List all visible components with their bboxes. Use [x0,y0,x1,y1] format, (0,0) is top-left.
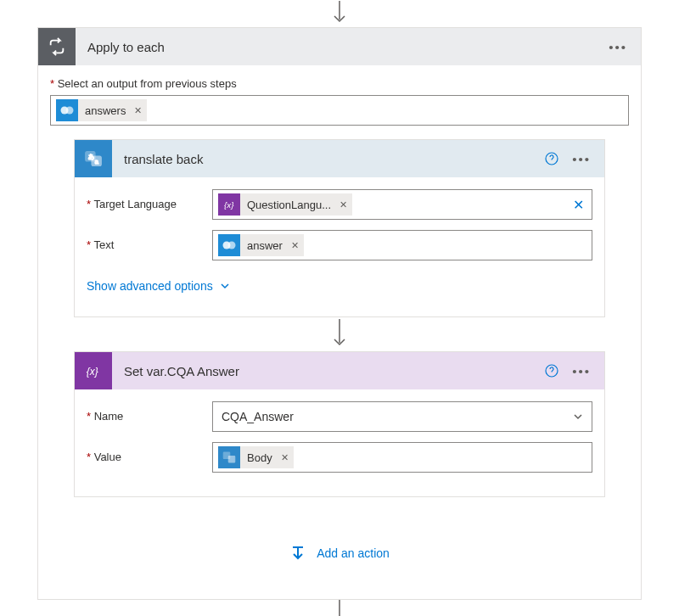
set-var-card: {x} Set var.CQA Answer ••• Name [74,351,605,497]
loop-icon [38,28,76,65]
remove-token-icon[interactable]: ✕ [289,240,299,251]
more-icon[interactable]: ••• [572,152,591,166]
svg-rect-15 [228,456,235,463]
apply-to-each-title: Apply to each [76,40,609,54]
chevron-down-icon [573,412,583,422]
translate-back-card: あ a translate back ••• [74,139,605,317]
token-label: answer [247,239,283,252]
apply-to-each-header[interactable]: Apply to each ••• [38,28,641,65]
add-action-label: Add an action [317,546,390,560]
translate-icon: あ a [75,140,112,177]
svg-text:{x}: {x} [224,200,234,210]
answer-token[interactable]: answer ✕ [218,234,304,256]
text-input[interactable]: answer ✕ [212,230,592,260]
more-icon[interactable]: ••• [572,364,591,378]
show-advanced-label: Show advanced options [87,279,213,293]
token-label: QuestionLangu... [247,199,331,211]
target-language-label: Target Language [87,189,212,210]
remove-token-icon[interactable]: ✕ [279,452,289,463]
text-label: Text [87,230,212,251]
value-label: Value [87,442,212,463]
name-value: CQA_Answer [222,410,294,423]
clear-field-icon[interactable]: ✕ [573,197,584,213]
qna-icon [218,234,240,256]
svg-text:{x}: {x} [87,366,98,378]
remove-token-icon[interactable]: ✕ [338,199,347,210]
remove-token-icon[interactable]: ✕ [132,105,142,116]
more-icon[interactable]: ••• [609,40,627,54]
translate-back-header[interactable]: あ a translate back ••• [75,140,604,177]
variable-icon: {x} [75,352,112,389]
name-select[interactable]: CQA_Answer [212,401,592,432]
help-icon[interactable] [545,152,558,165]
translate-back-title: translate back [112,152,545,166]
add-action-button[interactable]: Add an action [289,545,390,562]
svg-point-10 [228,242,236,249]
help-icon[interactable] [545,364,558,378]
set-var-header[interactable]: {x} Set var.CQA Answer ••• [75,352,604,389]
chevron-down-icon [220,281,230,291]
svg-point-2 [66,107,74,115]
add-action-icon [289,545,306,562]
target-language-input[interactable]: {x} QuestionLangu... ✕ [212,189,592,220]
qna-icon [56,99,78,121]
body-token[interactable]: Body ✕ [218,446,294,468]
token-label: answers [85,104,126,117]
variable-icon: {x} [218,193,240,216]
answers-token[interactable]: answers ✕ [56,99,147,121]
name-label: Name [87,401,212,423]
select-output-label: Select an output from previous steps [50,77,629,90]
select-output-input[interactable]: answers ✕ [50,95,629,126]
question-language-token[interactable]: {x} QuestionLangu... ✕ [218,193,352,216]
apply-to-each-card: Apply to each ••• Select an output from … [37,27,642,600]
value-input[interactable]: Body ✕ [212,442,592,473]
translate-icon [218,446,240,468]
show-advanced-link[interactable]: Show advanced options [87,279,230,293]
token-label: Body [247,451,272,464]
set-var-title: Set var.CQA Answer [112,364,545,378]
